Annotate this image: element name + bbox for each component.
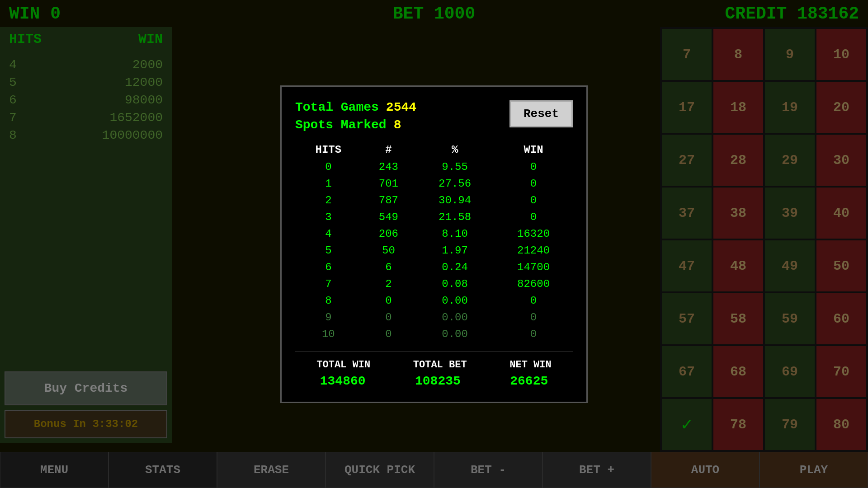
cell-hits: 7 xyxy=(295,276,362,292)
cell-win: 0 xyxy=(494,209,573,225)
spots-marked-row: Spots Marked 8 xyxy=(295,118,416,132)
footer-labels: TOTAL WIN TOTAL BET NET WIN xyxy=(295,359,573,371)
spots-marked-value: 8 xyxy=(394,118,401,132)
cell-pct: 0.08 xyxy=(415,276,494,292)
total-games-value: 2544 xyxy=(386,100,416,114)
cell-hits: 0 xyxy=(295,159,362,175)
cell-pct: 27.56 xyxy=(415,175,494,192)
total-bet-value: 108235 xyxy=(415,374,461,388)
cell-count: 0 xyxy=(362,309,415,326)
cell-hits: 4 xyxy=(295,225,362,242)
cell-hits: 1 xyxy=(295,175,362,192)
stats-row: 10 0 0.00 0 xyxy=(295,326,573,343)
total-bet-label: TOTAL BET xyxy=(413,359,467,371)
stats-table-header-row: HITS # % WIN xyxy=(295,141,573,159)
cell-hits: 9 xyxy=(295,309,362,326)
cell-count: 787 xyxy=(362,192,415,209)
cell-win: 0 xyxy=(494,326,573,343)
stats-row: 1 701 27.56 0 xyxy=(295,175,573,192)
cell-count: 2 xyxy=(362,276,415,292)
total-games-row: Total Games 2544 xyxy=(295,100,416,114)
stats-row: 5 50 1.97 21240 xyxy=(295,242,573,259)
cell-win: 0 xyxy=(494,159,573,175)
cell-hits: 10 xyxy=(295,326,362,343)
cell-win: 16320 xyxy=(494,225,573,242)
cell-win: 82600 xyxy=(494,276,573,292)
cell-pct: 0.24 xyxy=(415,259,494,276)
total-win-label: TOTAL WIN xyxy=(316,359,370,371)
cell-pct: 8.10 xyxy=(415,225,494,242)
cell-count: 6 xyxy=(362,259,415,276)
cell-pct: 0.00 xyxy=(415,292,494,309)
cell-count: 549 xyxy=(362,209,415,225)
col-hits: HITS xyxy=(295,141,362,159)
stats-row: 6 6 0.24 14700 xyxy=(295,259,573,276)
stats-modal-overlay: Total Games 2544 Spots Marked 8 Reset HI… xyxy=(0,0,868,488)
cell-win: 0 xyxy=(494,292,573,309)
spots-marked-label: Spots Marked xyxy=(295,118,387,132)
net-win-label: NET WIN xyxy=(509,359,551,371)
modal-title-block: Total Games 2544 Spots Marked 8 xyxy=(295,100,416,132)
col-count: # xyxy=(362,141,415,159)
cell-hits: 8 xyxy=(295,292,362,309)
cell-pct: 0.00 xyxy=(415,326,494,343)
stats-table: HITS # % WIN 0 243 9.55 0 1 701 27.56 0 … xyxy=(295,141,573,343)
cell-count: 0 xyxy=(362,292,415,309)
col-pct: % xyxy=(415,141,494,159)
cell-pct: 21.58 xyxy=(415,209,494,225)
stats-row: 0 243 9.55 0 xyxy=(295,159,573,175)
stats-row: 8 0 0.00 0 xyxy=(295,292,573,309)
reset-button[interactable]: Reset xyxy=(509,100,573,127)
cell-hits: 2 xyxy=(295,192,362,209)
modal-header: Total Games 2544 Spots Marked 8 Reset xyxy=(295,100,573,132)
cell-pct: 9.55 xyxy=(415,159,494,175)
cell-pct: 0.00 xyxy=(415,309,494,326)
cell-win: 21240 xyxy=(494,242,573,259)
cell-win: 14700 xyxy=(494,259,573,276)
stats-modal: Total Games 2544 Spots Marked 8 Reset HI… xyxy=(280,85,588,403)
total-win-value: 134860 xyxy=(320,374,366,388)
cell-win: 0 xyxy=(494,309,573,326)
cell-hits: 3 xyxy=(295,209,362,225)
cell-hits: 5 xyxy=(295,242,362,259)
stats-row: 3 549 21.58 0 xyxy=(295,209,573,225)
cell-count: 701 xyxy=(362,175,415,192)
stats-row: 4 206 8.10 16320 xyxy=(295,225,573,242)
cell-count: 0 xyxy=(362,326,415,343)
cell-hits: 6 xyxy=(295,259,362,276)
stats-row: 9 0 0.00 0 xyxy=(295,309,573,326)
cell-pct: 1.97 xyxy=(415,242,494,259)
total-games-label: Total Games xyxy=(295,100,379,114)
stats-row: 2 787 30.94 0 xyxy=(295,192,573,209)
cell-count: 206 xyxy=(362,225,415,242)
net-win-value: 26625 xyxy=(510,374,548,388)
col-win: WIN xyxy=(494,141,573,159)
cell-win: 0 xyxy=(494,175,573,192)
footer-values: 134860 108235 26625 xyxy=(295,374,573,388)
cell-win: 0 xyxy=(494,192,573,209)
cell-count: 50 xyxy=(362,242,415,259)
cell-count: 243 xyxy=(362,159,415,175)
stats-row: 7 2 0.08 82600 xyxy=(295,276,573,292)
modal-footer: TOTAL WIN TOTAL BET NET WIN 134860 10823… xyxy=(295,352,573,388)
cell-pct: 30.94 xyxy=(415,192,494,209)
